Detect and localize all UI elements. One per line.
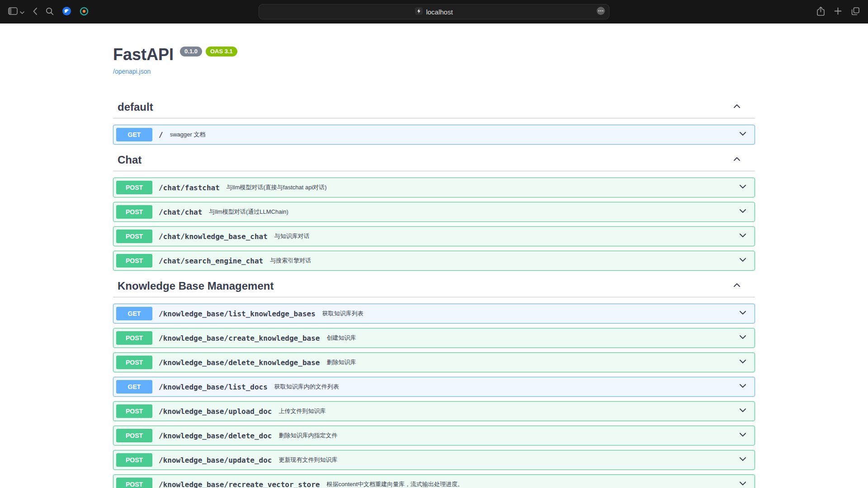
endpoint-path: /chat/search_engine_chat	[159, 257, 263, 265]
version-badge: 0.1.0	[180, 47, 202, 56]
api-section: default GET / swagger 文档	[113, 96, 755, 145]
endpoint-path: /knowledge_base/create_knowledge_base	[159, 334, 320, 343]
method-badge: POST	[116, 205, 152, 219]
endpoint-path: /knowledge_base/list_docs	[159, 383, 268, 391]
chevron-down-icon[interactable]	[738, 308, 747, 319]
page-menu-button[interactable]	[596, 6, 605, 17]
back-button[interactable]	[33, 7, 38, 17]
tab-overview-button[interactable]	[851, 7, 860, 17]
api-info: FastAPI 0.1.0 OAS 3.1 /openapi.json	[113, 23, 755, 75]
endpoint-row[interactable]: POST /chat/search_engine_chat 与搜索引擎对话	[113, 251, 755, 271]
endpoint-row[interactable]: POST /chat/chat 与llm模型对话(通过LLMChain)	[113, 202, 755, 222]
endpoint-path: /knowledge_base/list_knowledge_bases	[159, 310, 316, 318]
section-title: Chat	[118, 154, 732, 166]
search-icon	[46, 7, 54, 17]
api-section: Chat POST /chat/fastchat 与llm模型对话(直接与fas…	[113, 149, 755, 271]
share-icon	[816, 6, 825, 18]
chevron-down-icon[interactable]	[738, 206, 747, 217]
page-title: FastAPI 0.1.0 OAS 3.1	[113, 45, 755, 64]
method-badge: POST	[116, 254, 152, 267]
chevron-down-icon[interactable]	[738, 182, 747, 193]
chevron-down-icon[interactable]	[738, 333, 747, 343]
api-sections: default GET / swagger 文档 Chat	[113, 96, 755, 488]
endpoint-list: POST /chat/fastchat 与llm模型对话(直接与fastchat…	[113, 171, 755, 271]
endpoint-path: /knowledge_base/update_doc	[159, 456, 272, 465]
chevron-down-icon[interactable]	[738, 231, 747, 242]
endpoint-list: GET /knowledge_base/list_knowledge_bases…	[113, 297, 755, 488]
url-text: localhost	[426, 8, 453, 16]
sidebar-toggle-button[interactable]	[8, 7, 18, 16]
endpoint-row[interactable]: GET /knowledge_base/list_docs 获取知识库内的文件列…	[113, 377, 755, 397]
endpoint-summary: 上传文件到知识库	[278, 407, 738, 415]
method-badge: POST	[116, 331, 152, 345]
bird-extension-icon	[62, 6, 71, 17]
method-badge: POST	[116, 404, 152, 418]
endpoint-row[interactable]: POST /knowledge_base/update_doc 更新现有文件到知…	[113, 450, 755, 470]
chevron-up-icon[interactable]	[732, 102, 741, 113]
sidebar-menu-button[interactable]	[20, 9, 24, 15]
toolbar-right-group	[816, 6, 860, 18]
section-title: default	[118, 101, 732, 113]
method-badge: POST	[116, 478, 152, 488]
endpoint-summary: 与知识库对话	[274, 232, 738, 240]
chevron-down-icon[interactable]	[738, 406, 747, 417]
openapi-spec-link[interactable]: /openapi.json	[113, 68, 151, 75]
tab-overview-icon	[851, 7, 860, 17]
method-badge: GET	[116, 128, 152, 141]
browser-toolbar: localhost	[0, 0, 868, 23]
api-title-text: FastAPI	[113, 45, 174, 64]
chevron-down-icon[interactable]	[738, 381, 747, 392]
endpoint-path: /chat/knowledge_base_chat	[159, 232, 268, 241]
endpoint-summary: 删除知识库	[326, 358, 738, 366]
endpoint-row[interactable]: POST /chat/fastchat 与llm模型对话(直接与fastchat…	[113, 178, 755, 197]
endpoint-row[interactable]: POST /knowledge_base/upload_doc 上传文件到知识库	[113, 401, 755, 421]
chevron-up-icon[interactable]	[732, 155, 741, 165]
endpoint-summary: 获取知识库内的文件列表	[274, 383, 738, 391]
method-badge: POST	[116, 356, 152, 369]
endpoint-row[interactable]: POST /knowledge_base/recreate_vector_sto…	[113, 474, 755, 488]
endpoint-row[interactable]: POST /knowledge_base/create_knowledge_ba…	[113, 328, 755, 348]
sidebar-icon	[8, 7, 18, 16]
endpoint-row[interactable]: POST /chat/knowledge_base_chat 与知识库对话	[113, 226, 755, 246]
endpoint-path: /knowledge_base/recreate_vector_store	[159, 480, 320, 488]
section-header[interactable]: Chat	[113, 149, 755, 171]
section-header[interactable]: Knowledge Base Management	[113, 275, 755, 297]
method-badge: POST	[116, 230, 152, 243]
share-button[interactable]	[816, 6, 825, 18]
site-icon	[415, 7, 423, 17]
chevron-down-icon[interactable]	[738, 357, 747, 368]
section-header[interactable]: default	[113, 96, 755, 118]
endpoint-summary: swagger 文档	[170, 131, 738, 139]
endpoint-summary: 根据content中文档重建向量库，流式输出处理进度。	[326, 480, 738, 488]
endpoint-row[interactable]: GET / swagger 文档	[113, 125, 755, 145]
chevron-up-icon[interactable]	[732, 281, 741, 291]
chevron-down-icon[interactable]	[738, 479, 747, 488]
oas-badge: OAS 3.1	[206, 47, 237, 56]
endpoint-summary: 与llm模型对话(直接与fastchat api对话)	[226, 183, 738, 192]
chevron-down-icon	[20, 9, 24, 15]
address-bar[interactable]: localhost	[259, 4, 609, 19]
search-button[interactable]	[46, 7, 54, 17]
endpoint-summary: 更新现有文件到知识库	[278, 456, 738, 464]
endpoint-path: /chat/chat	[159, 208, 202, 216]
endpoint-path: /chat/fastchat	[159, 183, 220, 192]
chevron-down-icon[interactable]	[738, 455, 747, 465]
ellipsis-circle-icon	[596, 9, 605, 17]
endpoint-path: /	[159, 131, 163, 139]
api-section: Knowledge Base Management GET /knowledge…	[113, 275, 755, 488]
chevron-down-icon[interactable]	[738, 255, 747, 266]
endpoint-summary: 获取知识库列表	[322, 310, 738, 318]
endpoint-row[interactable]: POST /knowledge_base/delete_doc 删除知识库内指定…	[113, 426, 755, 446]
chevron-down-icon[interactable]	[738, 430, 747, 441]
back-chevron-icon	[33, 7, 38, 17]
new-tab-button[interactable]	[834, 7, 842, 16]
endpoint-summary: 删除知识库内指定文件	[278, 432, 738, 440]
endpoint-row[interactable]: GET /knowledge_base/list_knowledge_bases…	[113, 304, 755, 324]
bird-extension-button[interactable]	[62, 6, 71, 17]
endpoint-path: /knowledge_base/delete_doc	[159, 432, 272, 440]
endpoint-path: /knowledge_base/upload_doc	[159, 407, 272, 416]
endpoint-row[interactable]: POST /knowledge_base/delete_knowledge_ba…	[113, 352, 755, 372]
page-content: FastAPI 0.1.0 OAS 3.1 /openapi.json defa…	[0, 23, 868, 488]
chevron-down-icon[interactable]	[738, 129, 747, 140]
dial-extension-button[interactable]	[80, 7, 89, 17]
